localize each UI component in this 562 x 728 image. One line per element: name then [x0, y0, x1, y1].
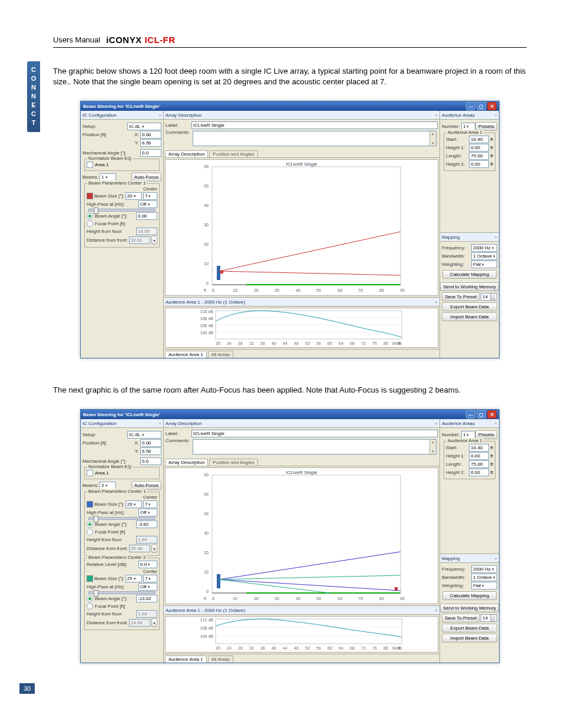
- aim-button[interactable]: •: [151, 544, 157, 553]
- highpass-select[interactable]: Off: [138, 583, 157, 591]
- aim-button[interactable]: •: [151, 236, 157, 245]
- beam-angle-radio[interactable]: [87, 213, 93, 219]
- beamangle-input[interactable]: 0.00: [136, 212, 157, 220]
- maximize-button[interactable]: ▢: [477, 102, 486, 110]
- tab-pos-angles[interactable]: Position and Angles: [209, 150, 257, 157]
- tab-pos-angles[interactable]: Position and Angles: [209, 459, 257, 466]
- highpass-select[interactable]: Off: [138, 200, 157, 208]
- length-input[interactable]: 75.00: [469, 152, 489, 160]
- h2-input[interactable]: 0.00: [469, 160, 489, 168]
- tab-array-desc[interactable]: Array Description: [165, 459, 208, 466]
- freq-select[interactable]: 2000 Hz: [471, 244, 497, 252]
- send-wm-button[interactable]: Send to Working Memory: [440, 604, 499, 612]
- close-button[interactable]: ✕: [487, 102, 497, 110]
- pane-close-icon[interactable]: ×: [494, 421, 497, 426]
- setup-select[interactable]: IC-8L: [127, 123, 161, 130]
- beamcenter-input[interactable]: 7: [143, 575, 157, 582]
- aim-button[interactable]: •: [151, 618, 157, 627]
- comments-textarea[interactable]: ▴▾: [193, 439, 437, 454]
- mech-angle-input[interactable]: 0.0: [140, 149, 161, 157]
- import-beam-button[interactable]: Import Beam Data: [442, 634, 497, 643]
- length-input[interactable]: 75.00: [469, 460, 489, 468]
- titlebar[interactable]: Beam Steering for 'ICLiveR Single' — ▢ ✕: [81, 101, 499, 111]
- pane-close-icon[interactable]: ×: [158, 113, 161, 118]
- pane-close-icon[interactable]: ×: [158, 421, 161, 426]
- beam-color-chip[interactable]: [87, 501, 93, 508]
- pos-y-input[interactable]: 6.56: [140, 139, 161, 147]
- beam-color-chip[interactable]: [87, 193, 93, 199]
- label-input[interactable]: ICLiveR Single: [191, 430, 438, 437]
- svg-text:40: 40: [272, 646, 276, 650]
- maximize-button[interactable]: ▢: [477, 410, 486, 419]
- pane-close-icon[interactable]: ×: [494, 113, 497, 118]
- label-input[interactable]: ICLiveR Single: [191, 121, 438, 129]
- beam-angle-radio[interactable]: [87, 521, 93, 528]
- pos-y-input[interactable]: 6.56: [140, 447, 161, 455]
- svg-text:10: 10: [204, 570, 209, 574]
- setup-select[interactable]: IC-8L: [127, 431, 161, 439]
- svg-text:80: 80: [379, 288, 384, 292]
- focal-point-radio[interactable]: [87, 220, 93, 227]
- comments-textarea[interactable]: ▴▾: [193, 131, 437, 146]
- save-preset-button[interactable]: Save To Preset: [442, 292, 480, 301]
- h1-input[interactable]: 0.00: [469, 144, 489, 151]
- start-input[interactable]: 16.40: [469, 136, 489, 143]
- neq-checkbox[interactable]: [87, 470, 93, 476]
- calc-mapping-button[interactable]: Calculate Mapping: [442, 591, 497, 600]
- save-preset-button[interactable]: Save To Preset: [442, 614, 480, 622]
- neq-checkbox[interactable]: [87, 162, 93, 168]
- bw-select[interactable]: 1 Octave: [471, 252, 497, 260]
- preset-spin[interactable]: 14: [481, 614, 497, 622]
- import-beam-button[interactable]: Import Beam Data: [442, 312, 497, 321]
- weighting-select[interactable]: Flat: [471, 261, 497, 268]
- pane-close-icon[interactable]: ×: [494, 556, 497, 561]
- svg-text:70: 70: [358, 288, 363, 292]
- beamsize-input[interactable]: 20: [125, 500, 142, 508]
- mech-angle-input[interactable]: 0.0: [140, 457, 161, 465]
- highpass-select[interactable]: Off: [138, 509, 157, 516]
- h1-input[interactable]: 0.00: [469, 452, 489, 460]
- beamangle-input[interactable]: -3.82: [136, 521, 157, 528]
- tab-allareas[interactable]: All Areas: [208, 351, 234, 358]
- pane-close-icon[interactable]: ×: [435, 608, 438, 613]
- pane-close-icon[interactable]: ×: [435, 299, 438, 305]
- pane-close-icon[interactable]: ×: [435, 113, 438, 118]
- beamsize-input[interactable]: 25: [125, 575, 142, 582]
- hp-slider[interactable]: [88, 517, 156, 520]
- hp-slider[interactable]: [88, 209, 156, 212]
- weighting-select[interactable]: Flat: [471, 582, 497, 589]
- titlebar[interactable]: Beam Steering for 'ICLiveR Single' — ▢ ✕: [81, 410, 499, 419]
- beam-angle-radio[interactable]: [87, 595, 93, 602]
- focal-point-radio[interactable]: [87, 529, 93, 535]
- calc-mapping-button[interactable]: Calculate Mapping: [442, 270, 497, 279]
- freq-select[interactable]: 2000 Hz: [471, 565, 497, 573]
- pane-close-icon[interactable]: ×: [494, 235, 497, 240]
- export-beam-button[interactable]: Export Beam Data: [442, 302, 497, 311]
- tab-aa1[interactable]: Audience Area 1: [165, 351, 207, 358]
- tab-array-desc[interactable]: Array Description: [165, 150, 208, 157]
- minimize-button[interactable]: —: [466, 102, 475, 110]
- focal-point-radio[interactable]: [87, 603, 93, 610]
- export-beam-button[interactable]: Export Beam Data: [442, 624, 497, 633]
- svg-text:106 dB: 106 dB: [200, 324, 214, 328]
- bw-select[interactable]: 1 Octave: [471, 574, 497, 581]
- send-wm-button[interactable]: Send to Working Memory: [440, 282, 499, 291]
- tab-allareas[interactable]: All Areas: [208, 655, 234, 663]
- minimize-button[interactable]: —: [466, 410, 475, 419]
- beamcenter-input[interactable]: 7: [143, 500, 157, 508]
- beamcenter-input[interactable]: 7: [143, 192, 157, 200]
- preset-spin[interactable]: 14: [481, 293, 497, 301]
- beamangle-input[interactable]: -13.82: [136, 595, 157, 602]
- brand-logo: iCONYX ICL-FR: [106, 35, 175, 45]
- start-input[interactable]: 16.40: [469, 444, 489, 452]
- pos-x-input[interactable]: 0.00: [140, 439, 161, 447]
- hp-slider[interactable]: [88, 591, 156, 594]
- tab-aa1[interactable]: Audience Area 1: [165, 655, 207, 663]
- beamsize-input[interactable]: 20: [125, 192, 142, 200]
- pane-close-icon[interactable]: ×: [435, 421, 438, 426]
- beam-color-chip[interactable]: [87, 575, 93, 582]
- h2-input[interactable]: 0.00: [469, 469, 489, 476]
- pos-x-input[interactable]: 0.00: [140, 131, 161, 139]
- rel-level-input[interactable]: 0.0: [138, 561, 157, 568]
- close-button[interactable]: ✕: [487, 410, 497, 419]
